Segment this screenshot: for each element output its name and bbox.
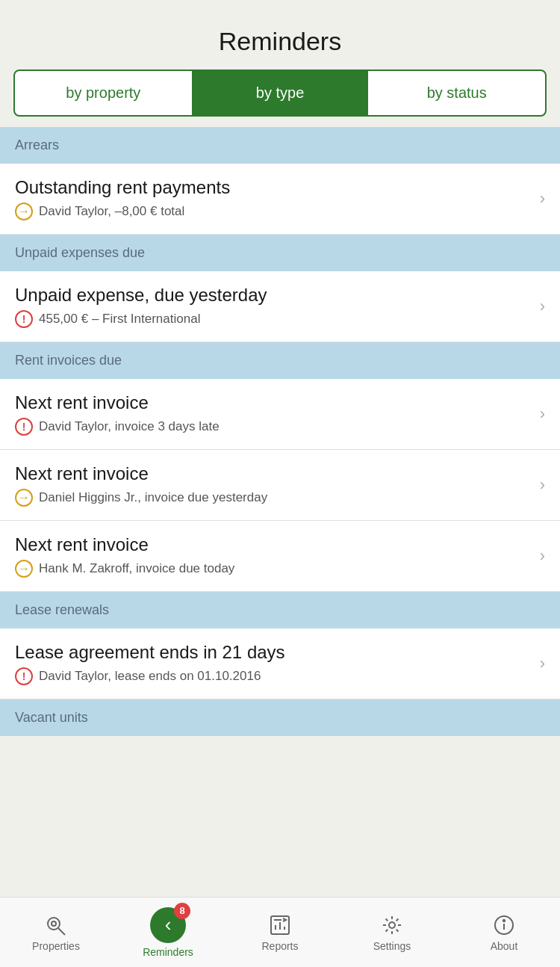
list-item-content: Next rent invoice → Hank M. Zakroff, inv… [15,534,532,578]
nav-item-about[interactable]: About [448,898,560,967]
list-item[interactable]: Outstanding rent payments → David Taylor… [0,164,560,235]
arrow-icon: → [15,203,33,220]
svg-point-11 [503,919,505,921]
item-title: Lease agreement ends in 21 days [15,642,532,663]
item-title: Next rent invoice [15,534,532,555]
reminders-wrapper: ‹ 8 [150,907,186,943]
item-title: Outstanding rent payments [15,177,532,198]
seg-by-status[interactable]: by status [368,71,545,115]
nav-item-reminders[interactable]: ‹ 8 Reminders [112,898,224,967]
nav-label-reminders: Reminders [143,946,193,958]
list-item[interactable]: Unpaid expense, due yesterday ! 455,00 €… [0,271,560,342]
list-item-content: Lease agreement ends in 21 days ! David … [15,642,532,685]
nav-label-about: About [491,940,518,952]
chevron-icon: › [540,654,545,673]
reports-icon [268,913,292,937]
svg-point-2 [52,921,56,926]
nav-item-reports[interactable]: Reports [224,898,336,967]
page-title: Reminders [0,27,560,56]
item-subtitle: → David Taylor, –8,00 € total [15,203,532,220]
svg-point-8 [389,922,395,928]
seg-by-property[interactable]: by property [15,71,192,115]
list-item-content: Next rent invoice ! David Taylor, invoic… [15,392,532,436]
nav-label-reports: Reports [261,940,298,952]
chevron-icon: › [540,404,545,424]
chevron-icon: › [540,189,545,208]
item-title: Unpaid expense, due yesterday [15,285,532,306]
section-header-lease: Lease renewals [0,592,560,628]
page-header: Reminders [0,0,560,69]
section-header-vacant: Vacant units [0,699,560,736]
nav-label-properties: Properties [32,940,80,952]
list-item-content: Next rent invoice → Daniel Higgins Jr., … [15,463,532,507]
arrow-icon: → [15,560,33,578]
bottom-nav: Properties ‹ 8 Reminders Reports Setting… [0,897,560,967]
list-item-content: Outstanding rent payments → David Taylor… [15,177,532,220]
section-header-rent-invoices: Rent invoices due [0,342,560,379]
item-subtitle: ! 455,00 € – First International [15,310,532,328]
warning-icon: ! [15,418,33,436]
nav-label-settings: Settings [373,940,411,952]
item-subtitle: ! David Taylor, lease ends on 01.10.2016 [15,667,532,685]
chevron-icon: › [540,297,545,316]
list-item[interactable]: Lease agreement ends in 21 days ! David … [0,628,560,699]
item-title: Next rent invoice [15,463,532,484]
reminders-badge: 8 [174,903,190,919]
chevron-icon: › [540,546,545,566]
item-subtitle: ! David Taylor, invoice 3 days late [15,418,532,436]
svg-line-1 [58,928,65,935]
svg-point-0 [48,918,60,930]
seg-by-type[interactable]: by type [192,71,369,115]
item-subtitle: → Daniel Higgins Jr., invoice due yester… [15,489,532,507]
list-item[interactable]: Next rent invoice ! David Taylor, invoic… [0,379,560,450]
reminders-arrow-icon: ‹ [165,913,172,936]
section-header-unpaid: Unpaid expenses due [0,235,560,271]
arrow-icon: → [15,489,33,507]
about-icon [492,913,516,937]
settings-icon [380,913,404,937]
item-title: Next rent invoice [15,392,532,413]
nav-item-properties[interactable]: Properties [0,898,112,967]
list-item[interactable]: Next rent invoice → Hank M. Zakroff, inv… [0,521,560,592]
segmented-control: by property by type by status [13,69,547,117]
content-list: Arrears Outstanding rent payments → Davi… [0,127,560,736]
section-header-arrears: Arrears [0,127,560,164]
properties-icon [44,913,68,937]
warning-icon: ! [15,310,33,328]
chevron-icon: › [540,475,545,495]
warning-icon: ! [15,667,33,685]
list-item-content: Unpaid expense, due yesterday ! 455,00 €… [15,285,532,328]
list-item[interactable]: Next rent invoice → Daniel Higgins Jr., … [0,450,560,521]
nav-item-settings[interactable]: Settings [336,898,448,967]
item-subtitle: → Hank M. Zakroff, invoice due today [15,560,532,578]
